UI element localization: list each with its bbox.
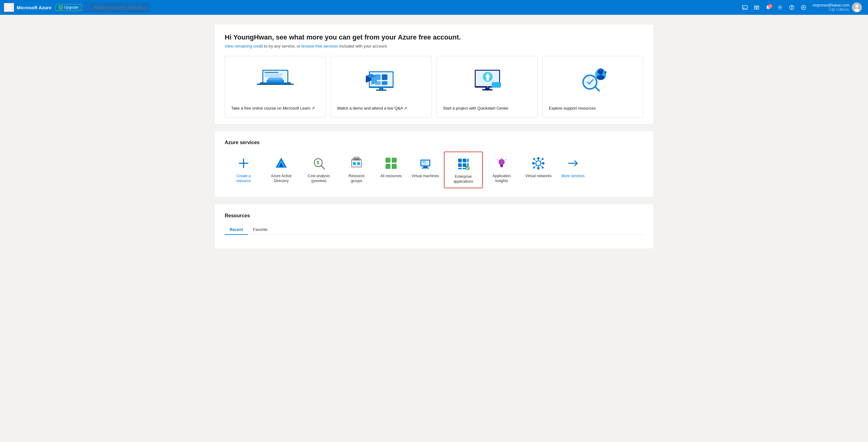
svg-point-98 — [542, 162, 545, 164]
card-demo-text: Watch a demo and attend a live Q&A ↗ — [337, 105, 425, 111]
service-cost-analysis[interactable]: $ Cost analysis (preview) — [300, 152, 338, 187]
resources-section: Resources Recent Favorite — [215, 204, 653, 249]
svg-point-110 — [542, 167, 544, 168]
hamburger-menu-button[interactable] — [4, 3, 14, 12]
topnav-right-actions: 1 response@kakao.com 기본 디렉터리 — [740, 1, 864, 13]
main-content: Hi YoungHwan, see what more you can get … — [203, 15, 665, 258]
feedback-button[interactable] — [798, 3, 809, 12]
svg-rect-42 — [485, 88, 490, 89]
upgrade-button[interactable]: ⊕ Upgrade — [55, 4, 82, 11]
card-quickstart-text: Start a project with Quickstart Center — [443, 105, 531, 111]
feature-cards: Take a free online course on Microsoft L… — [225, 56, 643, 118]
vm-icon — [417, 155, 433, 171]
service-virtual-networks[interactable]: Virtual networks — [521, 152, 557, 182]
view-credit-link[interactable]: View remaining credit — [225, 44, 263, 49]
cost-analysis-icon: $ — [311, 155, 327, 171]
tab-favorite[interactable]: Favorite — [248, 225, 272, 235]
svg-rect-43 — [482, 89, 493, 90]
svg-point-96 — [537, 167, 539, 169]
vn-icon — [530, 155, 546, 171]
svg-rect-0 — [6, 5, 12, 6]
svg-rect-15 — [257, 84, 294, 85]
azure-services-section: Azure services Create a resource — [215, 131, 653, 197]
service-enterprise-applications[interactable]: Enterprise applications — [444, 152, 483, 188]
services-grid: Create a resource Azure Active Directory — [225, 152, 643, 188]
resources-title: Resources — [225, 213, 643, 219]
azure-services-title: Azure services — [225, 140, 643, 146]
svg-rect-2 — [6, 9, 12, 9]
card-quickstart-illustration — [443, 62, 531, 102]
svg-rect-49 — [598, 71, 599, 73]
search-container: 🔍 — [84, 2, 276, 12]
card-learn-text: Take a free online course on Microsoft L… — [231, 105, 319, 111]
service-allres-label: All resources — [380, 174, 402, 179]
notifications-button[interactable]: 1 — [763, 3, 774, 12]
svg-text:$: $ — [317, 160, 319, 165]
svg-point-13 — [855, 9, 859, 12]
svg-point-94 — [536, 161, 541, 166]
svg-rect-30 — [382, 81, 388, 85]
service-resource-groups[interactable]: Resource groups — [338, 152, 375, 187]
svg-line-92 — [505, 160, 506, 160]
card-demo[interactable]: Watch a demo and attend a live Q&A ↗ — [331, 56, 432, 118]
svg-line-53 — [595, 87, 599, 91]
svg-point-97 — [532, 162, 535, 164]
welcome-subtitle: View remaining credit to try any service… — [225, 44, 643, 49]
svg-rect-68 — [392, 158, 397, 163]
card-support-illustration — [549, 62, 637, 102]
svg-rect-18 — [265, 72, 278, 73]
user-profile[interactable]: response@kakao.com 기본 디렉터리 — [810, 1, 864, 13]
top-navigation: Microsoft Azure ⊕ Upgrade 🔍 1 respon — [0, 0, 868, 15]
svg-rect-66 — [357, 162, 360, 165]
svg-point-7 — [779, 7, 781, 8]
service-ea-label: Enterprise applications — [450, 175, 477, 184]
user-info: response@kakao.com 기본 디렉터리 — [812, 3, 849, 12]
svg-rect-35 — [376, 90, 386, 91]
card-learn[interactable]: Take a free online course on Microsoft L… — [225, 56, 326, 118]
browse-services-link[interactable]: browse free services — [301, 44, 338, 49]
svg-rect-69 — [385, 164, 391, 169]
avatar[interactable] — [852, 2, 862, 12]
svg-point-48 — [597, 75, 605, 80]
svg-point-12 — [855, 5, 859, 8]
card-support[interactable]: Explore support resources — [542, 56, 643, 118]
svg-rect-44 — [492, 82, 501, 88]
service-aad-label: Azure Active Directory — [267, 174, 295, 183]
svg-rect-90 — [501, 167, 502, 167]
service-more-label: More services — [561, 174, 585, 179]
service-virtual-machines[interactable]: Virtual machines — [406, 152, 444, 182]
resource-groups-icon — [348, 155, 365, 171]
welcome-title: Hi YoungHwan, see what more you can get … — [225, 33, 643, 41]
svg-rect-70 — [392, 164, 397, 169]
service-create-resource-label: Create a resource — [230, 174, 257, 183]
ai-icon — [494, 155, 509, 171]
service-more-services[interactable]: More services — [557, 152, 590, 182]
service-rg-label: Resource groups — [343, 174, 370, 183]
service-all-resources[interactable]: All resources — [375, 152, 406, 182]
svg-rect-24 — [269, 77, 282, 79]
svg-rect-20 — [265, 75, 281, 75]
settings-button[interactable] — [775, 3, 785, 12]
aad-icon — [273, 155, 289, 171]
svg-point-109 — [533, 167, 535, 168]
svg-point-95 — [537, 157, 539, 160]
cloud-shell-button[interactable] — [740, 3, 750, 12]
help-button[interactable] — [786, 3, 797, 12]
search-input[interactable] — [84, 2, 150, 12]
svg-rect-76 — [422, 163, 427, 163]
svg-rect-88 — [500, 165, 503, 166]
svg-point-107 — [533, 158, 535, 160]
svg-rect-34 — [379, 88, 383, 90]
service-application-insights[interactable]: Application Insights — [483, 152, 521, 187]
svg-rect-82 — [463, 163, 466, 167]
directory-button[interactable] — [751, 3, 762, 12]
card-quickstart[interactable]: Start a project with Quickstart Center — [436, 56, 537, 118]
service-create-resource[interactable]: Create a resource — [225, 152, 262, 187]
tab-recent[interactable]: Recent — [225, 225, 248, 235]
notification-badge: 1 — [768, 4, 772, 8]
service-active-directory[interactable]: Azure Active Directory — [262, 152, 300, 187]
svg-rect-78 — [458, 159, 462, 162]
create-resource-icon — [236, 155, 252, 171]
svg-rect-21 — [265, 76, 280, 77]
svg-rect-84 — [458, 168, 462, 169]
